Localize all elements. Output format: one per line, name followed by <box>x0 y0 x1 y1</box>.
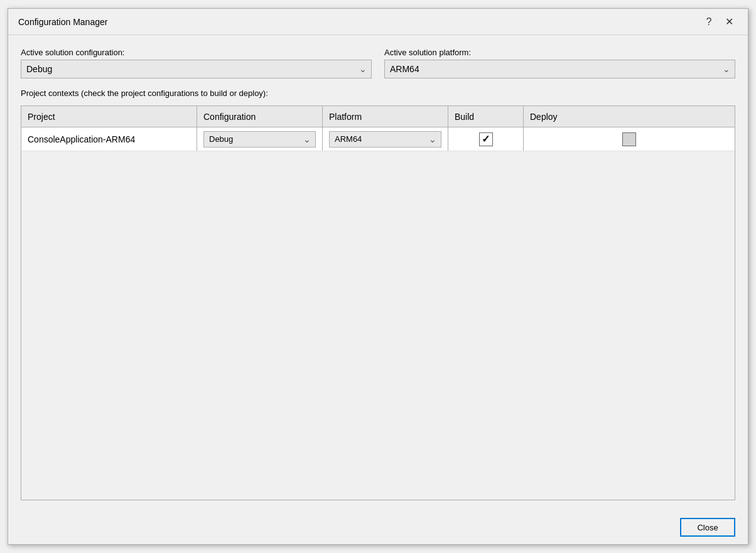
active-solution-config-select[interactable]: Debug Release <box>21 60 372 78</box>
active-solution-platform-label: Active solution platform: <box>384 48 735 57</box>
col-header-configuration: Configuration <box>197 106 323 127</box>
row-configuration-select[interactable]: Debug Release <box>203 131 316 148</box>
deploy-checkbox[interactable] <box>622 132 636 146</box>
active-solution-config-label: Active solution configuration: <box>21 48 372 57</box>
build-checkbox[interactable] <box>479 132 493 146</box>
active-solution-platform-select-wrapper: ARM64 x64 x86 Any CPU <box>384 60 735 78</box>
table-header: Project Configuration Platform Build Dep… <box>21 106 735 127</box>
dialog-footer: Close <box>8 510 748 544</box>
col-header-deploy: Deploy <box>524 106 735 127</box>
col-header-build: Build <box>448 106 524 127</box>
title-bar-buttons: ? ✕ <box>700 13 738 31</box>
configuration-manager-dialog: Configuration Manager ? ✕ Active solutio… <box>8 8 748 545</box>
td-build <box>448 127 524 151</box>
table-row: ConsoleApplication-ARM64 Debug Release <box>21 127 735 151</box>
table-body: ConsoleApplication-ARM64 Debug Release <box>21 127 735 500</box>
active-solution-config-select-wrapper: Debug Release <box>21 60 372 78</box>
col-header-platform: Platform <box>323 106 448 127</box>
close-title-button[interactable]: ✕ <box>720 13 738 31</box>
row-platform-select[interactable]: ARM64 x64 x86 Any CPU <box>329 131 441 148</box>
td-platform: ARM64 x64 x86 Any CPU <box>323 127 448 151</box>
help-button[interactable]: ? <box>700 13 718 31</box>
row-platform-select-wrapper: ARM64 x64 x86 Any CPU <box>329 131 441 148</box>
close-button[interactable]: Close <box>680 518 735 537</box>
row-config-select-wrapper: Debug Release <box>203 131 316 148</box>
dialog-overlay: Configuration Manager ? ✕ Active solutio… <box>0 0 756 553</box>
dialog-title: Configuration Manager <box>18 17 107 27</box>
active-solution-config-group: Active solution configuration: Debug Rel… <box>21 48 372 78</box>
title-bar: Configuration Manager ? ✕ <box>8 9 748 35</box>
active-solution-platform-select[interactable]: ARM64 x64 x86 Any CPU <box>384 60 735 78</box>
active-solution-platform-group: Active solution platform: ARM64 x64 x86 … <box>384 48 735 78</box>
td-deploy <box>524 127 735 151</box>
project-table-container: Project Configuration Platform Build Dep… <box>21 105 735 500</box>
project-contexts-label: Project contexts (check the project conf… <box>21 89 735 98</box>
td-project: ConsoleApplication-ARM64 <box>21 127 197 151</box>
col-header-project: Project <box>21 106 197 127</box>
dialog-body: Active solution configuration: Debug Rel… <box>8 35 748 510</box>
td-configuration: Debug Release <box>197 127 323 151</box>
config-row: Active solution configuration: Debug Rel… <box>21 48 735 78</box>
